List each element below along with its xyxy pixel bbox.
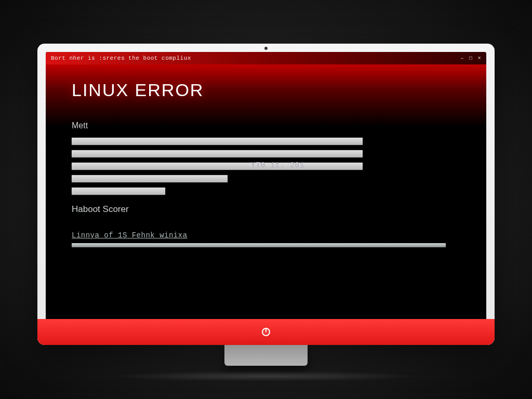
desk-reflection (110, 371, 422, 381)
error-title: LINUX ERROR (72, 80, 460, 100)
error-screen: Bort nher is :sreres the boot compliux –… (46, 52, 486, 330)
power-icon[interactable] (262, 328, 270, 336)
text-placeholder-bar (72, 175, 228, 182)
titlebar-text: Bort nher is :sreres the boot compliux (51, 55, 191, 61)
text-placeholder-bar (72, 138, 363, 145)
boot-screen-label: Haboot Scorer (72, 204, 460, 215)
monitor-chin (37, 319, 495, 345)
monitor-stand (224, 345, 308, 366)
window-titlebar: Bort nher is :sreres the boot compliux –… (46, 52, 486, 64)
text-placeholder-bar (72, 163, 363, 170)
maximize-button[interactable]: □ (469, 56, 473, 61)
text-placeholder-bar (72, 150, 363, 157)
title-word-error: ERROR (135, 80, 204, 100)
monitor-bezel: Bort nher is :sreres the boot compliux –… (37, 44, 495, 345)
window-controls: – □ × (460, 56, 481, 61)
timestamp-text: YT0 1t. 201 (251, 161, 304, 169)
text-placeholder-bar (72, 188, 165, 195)
close-button[interactable]: × (477, 56, 481, 61)
progress-bar (72, 243, 446, 247)
meta-label: Mett (72, 121, 460, 130)
footer-link[interactable]: Linnya of 1S Fehnk winixa (72, 231, 188, 240)
screen-content: LINUX ERROR Mett YT0 1t. 201 Haboot Scor… (46, 64, 486, 258)
title-word-linux: LINUX (72, 80, 129, 100)
minimize-button[interactable]: – (460, 56, 464, 61)
monitor-frame: Bort nher is :sreres the boot compliux –… (37, 44, 495, 376)
camera-dot (264, 47, 268, 50)
